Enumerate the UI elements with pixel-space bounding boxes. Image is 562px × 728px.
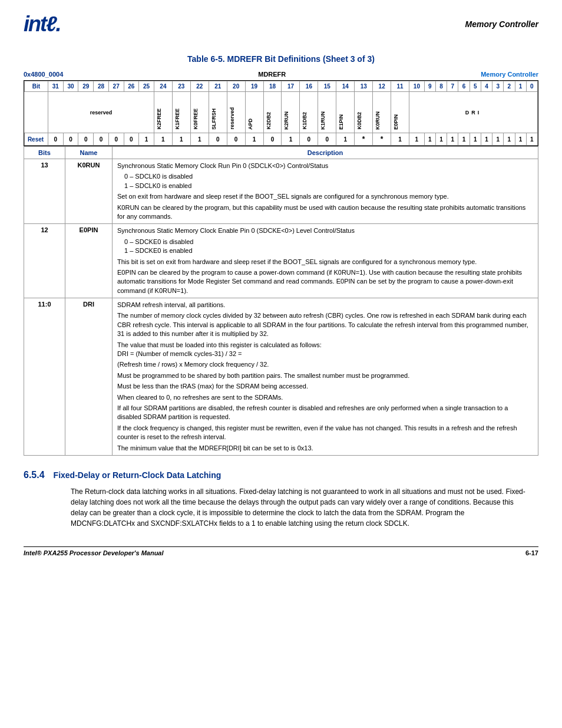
- field-k2free: K2FREE: [154, 92, 172, 133]
- intel-logo: intℓ.: [24, 12, 61, 37]
- desc-header-row: Bits Name Description: [24, 147, 538, 159]
- bit-14: 14: [336, 81, 355, 92]
- section-654-paragraph: The Return-clock data latching works in …: [71, 486, 527, 529]
- k0run-name: K0RUN: [65, 159, 113, 224]
- reset-3: 1: [492, 133, 504, 146]
- bit-27: 27: [108, 81, 124, 92]
- reset-6: 1: [458, 133, 470, 146]
- bit-4: 4: [481, 81, 492, 92]
- bit-25: 25: [139, 81, 154, 92]
- page-header: intℓ. Memory Controller: [24, 12, 538, 37]
- bit-30: 30: [63, 81, 78, 92]
- row-k0run: 13 K0RUN Synchronous Static Memory Clock…: [24, 159, 538, 224]
- bit-22: 22: [190, 81, 209, 92]
- dri-desc-8: If all four SDRAM partitions are disable…: [117, 404, 533, 422]
- footer-left: Intel® PXA255 Processor Developer's Manu…: [24, 549, 164, 556]
- reset-22: 1: [190, 133, 209, 146]
- reg-addr: 0x4800_0004: [24, 71, 63, 78]
- bit-12: 12: [373, 81, 391, 92]
- e0pin-name: E0PIN: [65, 224, 113, 298]
- reset-9: 1: [424, 133, 435, 146]
- dri-desc-3: The value that must be loaded into this …: [117, 341, 533, 359]
- reset-11: 1: [391, 133, 409, 146]
- field-e1pin: E1PIN: [336, 92, 355, 133]
- row-dri: 11:0 DRI SDRAM refresh interval, all par…: [24, 298, 538, 456]
- bit-24: 24: [154, 81, 172, 92]
- bit-6: 6: [458, 81, 470, 92]
- e0pin-desc-3: This bit is set on exit from hardware an…: [117, 258, 533, 266]
- bit-1: 1: [515, 81, 526, 92]
- reset-12: *: [373, 133, 391, 146]
- header-title: Memory Controller: [465, 19, 538, 29]
- reset-15: 0: [318, 133, 336, 146]
- bit-label: Bit: [25, 81, 48, 92]
- bit-31: 31: [48, 81, 64, 92]
- field-k0db2: K0DB2: [355, 92, 373, 133]
- bit-26: 26: [124, 81, 139, 92]
- reset-16: 0: [300, 133, 318, 146]
- reset-10: 1: [409, 133, 425, 146]
- reset-label: Reset: [25, 133, 48, 146]
- k0run-desc-3: Set on exit from hardware and sleep rese…: [117, 192, 533, 201]
- dri-desc-7: When cleared to 0, no refreshes are sent…: [117, 393, 533, 402]
- bit-0: 0: [526, 81, 537, 92]
- dri-desc-10: The minimum value that the MDREFR[DRI] b…: [117, 444, 533, 453]
- bit-29: 29: [78, 81, 94, 92]
- col-desc: Description: [113, 147, 538, 159]
- bit-7: 7: [447, 81, 458, 92]
- bit-23: 23: [172, 81, 190, 92]
- dri-desc-6: Must be less than the tRAS (max) for the…: [117, 382, 533, 391]
- field-dri: DRI: [409, 92, 538, 133]
- reset-27: 0: [108, 133, 124, 146]
- reset-14: 1: [336, 133, 355, 146]
- reset-25: 1: [139, 133, 154, 146]
- dri-desc-9: If the clock frequency is changed, this …: [117, 424, 533, 442]
- k0run-bits: 13: [24, 159, 65, 224]
- reset-2: 1: [504, 133, 515, 146]
- reg-ctrl: Memory Controller: [481, 71, 538, 78]
- field-name-row: reserved K2FREE K1FREE K0FREE SLFRSH res…: [25, 92, 538, 133]
- k0run-desc: Synchronous Static Memory Clock Run Pin …: [113, 159, 538, 224]
- bit-5: 5: [470, 81, 481, 92]
- section-number: 6.5.4: [24, 470, 45, 480]
- field-row-empty: [25, 92, 48, 133]
- bit-28: 28: [94, 81, 109, 92]
- field-k0free: K0FREE: [190, 92, 209, 133]
- reset-28: 0: [94, 133, 109, 146]
- bit-3: 3: [492, 81, 504, 92]
- bit-16: 16: [300, 81, 318, 92]
- row-e0pin: 12 E0PIN Synchronous Static Memory Clock…: [24, 224, 538, 298]
- dri-bits: 11:0: [24, 298, 65, 456]
- k0run-desc-2: 0 – SDCLK0 is disabled1 – SDCLK0 is enab…: [117, 172, 533, 190]
- bit-8: 8: [435, 81, 447, 92]
- reset-7: 1: [447, 133, 458, 146]
- reset-4: 1: [481, 133, 492, 146]
- page-footer: Intel® PXA255 Processor Developer's Manu…: [24, 546, 538, 556]
- section-654-body: The Return-clock data latching works in …: [71, 486, 527, 529]
- reg-name: MDREFR: [258, 71, 286, 78]
- reset-1: 1: [515, 133, 526, 146]
- reset-23: 1: [172, 133, 190, 146]
- reset-29: 0: [78, 133, 94, 146]
- bit-19: 19: [245, 81, 263, 92]
- bit-11: 11: [391, 81, 409, 92]
- e0pin-desc: Synchronous Static Memory Clock Enable P…: [113, 224, 538, 298]
- col-bits: Bits: [24, 147, 65, 159]
- dri-desc-4: (Refresh time / rows) x Memory clock fre…: [117, 360, 533, 369]
- bit-21: 21: [209, 81, 227, 92]
- field-k1db2: K1DB2: [300, 92, 318, 133]
- dri-desc-5: Must be programmed to be shared by both …: [117, 371, 533, 380]
- field-k2run: K2RUN: [282, 92, 300, 133]
- reset-24: 1: [154, 133, 172, 146]
- bit-9: 9: [424, 81, 435, 92]
- bit-definition-table: Bit 31 30 29 28 27 26 25 24 23 22 21 20 …: [24, 81, 538, 146]
- bit-number-row: Bit 31 30 29 28 27 26 25 24 23 22 21 20 …: [25, 81, 538, 92]
- bit-table-container: Bit 31 30 29 28 27 26 25 24 23 22 21 20 …: [24, 80, 538, 146]
- reset-21: 0: [209, 133, 227, 146]
- bit-17: 17: [282, 81, 300, 92]
- reset-19: 1: [245, 133, 263, 146]
- reset-row: Reset 0 0 0 0 0 0 1 1 1 1 0 0 1 0 1 0 0 …: [25, 133, 538, 146]
- bit-2: 2: [504, 81, 515, 92]
- dri-desc-2: The number of memory clock cycles divide…: [117, 311, 533, 338]
- field-e0pin: E0PIN: [391, 92, 409, 133]
